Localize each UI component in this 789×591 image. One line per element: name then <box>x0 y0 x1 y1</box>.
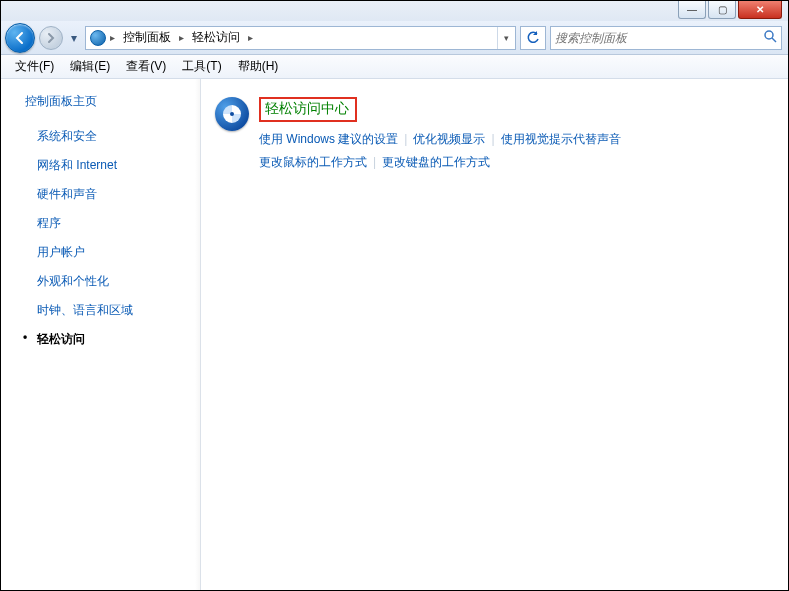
refresh-button[interactable] <box>520 26 546 50</box>
control-panel-home-link[interactable]: 控制面板主页 <box>1 93 200 122</box>
menu-help[interactable]: 帮助(H) <box>232 56 285 77</box>
close-icon: ✕ <box>756 4 764 15</box>
minimize-button[interactable]: — <box>678 1 706 19</box>
category-list: 系统和安全 网络和 Internet 硬件和声音 程序 用户帐户 外观和个性化 … <box>1 122 200 354</box>
link-use-visual-cues-for-sound[interactable]: 使用视觉提示代替声音 <box>501 132 621 146</box>
breadcrumb-segment[interactable]: 控制面板 <box>119 29 175 46</box>
window-buttons: — ▢ ✕ <box>678 1 782 19</box>
nav-history-dropdown[interactable]: ▾ <box>67 31 81 45</box>
search-icon <box>763 29 777 46</box>
link-change-mouse-works[interactable]: 更改鼠标的工作方式 <box>259 155 367 169</box>
link-divider: | <box>398 132 413 146</box>
navigation-bar: ▾ ▸ 控制面板 ▸ 轻松访问 ▸ ▾ <box>1 21 788 55</box>
minimize-icon: — <box>687 4 697 15</box>
control-panel-icon <box>90 30 106 46</box>
chevron-down-icon: ▾ <box>504 33 509 43</box>
sidebar-item-system-security[interactable]: 系统和安全 <box>1 122 200 151</box>
link-divider: | <box>367 155 382 169</box>
breadcrumb-segment[interactable]: 轻松访问 <box>188 29 244 46</box>
refresh-icon <box>526 31 540 45</box>
menu-view[interactable]: 查看(V) <box>120 56 172 77</box>
sidebar-item-ease-of-access[interactable]: 轻松访问 <box>1 325 200 354</box>
task-links: 使用 Windows 建议的设置|优化视频显示|使用视觉提示代替声音 更改鼠标的… <box>259 128 768 174</box>
back-button[interactable] <box>5 23 35 53</box>
link-divider: | <box>485 132 500 146</box>
sidebar-item-programs[interactable]: 程序 <box>1 209 200 238</box>
chevron-down-icon: ▾ <box>71 31 77 45</box>
address-dropdown[interactable]: ▾ <box>497 27 515 49</box>
forward-button[interactable] <box>39 26 63 50</box>
svg-line-1 <box>772 38 776 42</box>
svg-point-0 <box>765 31 773 39</box>
sidebar-item-clock-language-region[interactable]: 时钟、语言和区域 <box>1 296 200 325</box>
sidebar: 控制面板主页 系统和安全 网络和 Internet 硬件和声音 程序 用户帐户 … <box>1 79 201 590</box>
arrow-right-icon <box>45 32 57 44</box>
menu-edit[interactable]: 编辑(E) <box>64 56 116 77</box>
ease-of-access-center-heading[interactable]: 轻松访问中心 <box>259 97 357 122</box>
sidebar-item-hardware-sound[interactable]: 硬件和声音 <box>1 180 200 209</box>
link-optimize-visual-display[interactable]: 优化视频显示 <box>413 132 485 146</box>
sidebar-item-network-internet[interactable]: 网络和 Internet <box>1 151 200 180</box>
address-bar[interactable]: ▸ 控制面板 ▸ 轻松访问 ▸ ▾ <box>85 26 516 50</box>
close-button[interactable]: ✕ <box>738 1 782 19</box>
search-input[interactable] <box>555 31 763 45</box>
link-use-windows-suggestions[interactable]: 使用 Windows 建议的设置 <box>259 132 398 146</box>
content-pane: 轻松访问中心 使用 Windows 建议的设置|优化视频显示|使用视觉提示代替声… <box>201 79 788 590</box>
maximize-button[interactable]: ▢ <box>708 1 736 19</box>
breadcrumb-separator: ▸ <box>108 32 117 43</box>
window-titlebar: — ▢ ✕ <box>1 1 788 21</box>
menu-file[interactable]: 文件(F) <box>9 56 60 77</box>
link-change-keyboard-works[interactable]: 更改键盘的工作方式 <box>382 155 490 169</box>
sidebar-item-appearance-personalization[interactable]: 外观和个性化 <box>1 267 200 296</box>
arrow-left-icon <box>13 31 27 45</box>
ease-of-access-icon <box>215 97 249 131</box>
menu-bar: 文件(F) 编辑(E) 查看(V) 工具(T) 帮助(H) <box>1 55 788 79</box>
sidebar-item-user-accounts[interactable]: 用户帐户 <box>1 238 200 267</box>
breadcrumb-separator: ▸ <box>246 32 255 43</box>
menu-tools[interactable]: 工具(T) <box>176 56 227 77</box>
maximize-icon: ▢ <box>718 4 727 15</box>
breadcrumb-separator: ▸ <box>177 32 186 43</box>
search-box[interactable] <box>550 26 782 50</box>
